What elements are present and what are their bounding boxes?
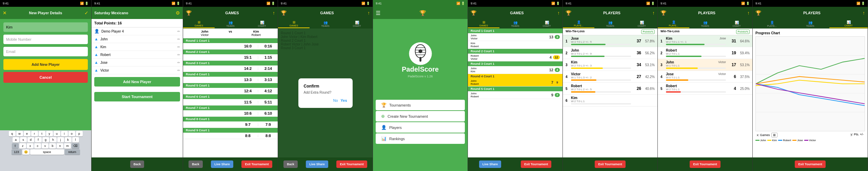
tab-games-6[interactable]: ⊞GAMES <box>468 20 499 28</box>
add-new-player-button-2[interactable]: Add New Player <box>94 77 180 87</box>
share-icon-3[interactable]: ↑ <box>273 10 275 16</box>
tab-players-7[interactable]: 👤PLAYE... <box>563 20 594 28</box>
player-edit-jose[interactable]: ✏ <box>177 61 180 64</box>
start-tournament-button[interactable]: Start Tournament <box>94 92 180 101</box>
back-button-3[interactable]: Back <box>189 160 203 168</box>
share-icon-8[interactable]: ↑ <box>747 10 750 16</box>
kb-f[interactable]: f <box>35 137 42 142</box>
tab-teams-8[interactable]: 👥TEAMS <box>689 20 721 28</box>
live-share-button-6[interactable]: Live Share <box>479 160 501 168</box>
settings-icon-2[interactable]: ⚙ <box>176 10 180 16</box>
hamburger-icon-5[interactable]: ☰ <box>376 10 380 16</box>
mobile-input[interactable] <box>3 35 88 44</box>
tab-players-9[interactable]: 👤PLAYE... <box>753 20 791 28</box>
share-icon-6[interactable]: ↑ <box>557 10 560 16</box>
exit-tournament-button-9[interactable]: Exit Tournament <box>795 160 825 168</box>
email-input[interactable] <box>3 47 88 56</box>
kb-n[interactable]: n <box>57 143 63 149</box>
tab-chart-9[interactable]: 📊CHART <box>829 20 868 28</box>
player-edit-robert[interactable]: ✏ <box>177 53 180 57</box>
kb-k[interactable]: k <box>65 137 72 142</box>
share-icon-7[interactable]: ↑ <box>652 10 655 16</box>
confirm-no-button[interactable]: No <box>333 98 338 102</box>
tab-chart-8[interactable]: 📊CHART <box>721 20 752 28</box>
exit-tournament-button-7[interactable]: Exit Tournament <box>595 160 625 168</box>
kb-shift[interactable]: ⇧ <box>12 143 19 149</box>
tab-chart-6[interactable]: 📊CHART <box>531 20 563 28</box>
kb-g[interactable]: g <box>42 137 49 142</box>
kb-w[interactable]: w <box>16 131 23 136</box>
kb-b[interactable]: b <box>49 143 56 149</box>
tab-chart-4[interactable]: 📊CHART <box>341 20 373 28</box>
wtl-fill-robert-7 <box>571 91 595 93</box>
back-button-4[interactable]: Back <box>283 160 298 168</box>
kb-emoji[interactable]: 😊 <box>22 149 29 155</box>
exit-tournament-button-6[interactable]: Exit Tournament <box>521 160 551 168</box>
cancel-button[interactable]: Cancel <box>3 72 88 83</box>
kb-q[interactable]: q <box>9 131 16 136</box>
rank-3-7: 3 <box>566 63 571 67</box>
kb-a[interactable]: a <box>13 137 19 142</box>
back-button-2[interactable]: Back <box>130 160 144 168</box>
chart-icon-btn[interactable]: ⊞ <box>771 133 777 137</box>
tab-games-3[interactable]: ⊞ GAMES <box>183 20 215 28</box>
kb-m[interactable]: m <box>64 143 71 149</box>
team1-p1: John <box>186 30 224 33</box>
menu-tournaments[interactable]: 🏆 Tournaments <box>376 100 465 110</box>
kb-space[interactable]: space <box>30 149 64 155</box>
kb-i[interactable]: i <box>61 131 68 136</box>
kb-r[interactable]: r <box>31 131 38 136</box>
player-edit-kim[interactable]: ✏ <box>177 45 180 49</box>
exit-tournament-button-8[interactable]: Exit Tournament <box>690 160 720 168</box>
confirm-yes-button[interactable]: Yes <box>341 98 347 102</box>
live-share-button-4[interactable]: Live Share <box>306 160 328 168</box>
tab-chart-3[interactable]: 📊 CHART <box>246 20 278 28</box>
player-edit-john[interactable]: ✏ <box>177 37 180 41</box>
score-val1-7-3: 10:6 <box>241 111 255 115</box>
kb-y[interactable]: y <box>46 131 53 136</box>
menu-create-tournament[interactable]: ⊕ Create New Tournament <box>376 111 465 121</box>
exit-tournament-button-3[interactable]: Exit Tournament <box>241 160 272 168</box>
live-share-button-3[interactable]: Live Share <box>211 160 233 168</box>
add-player-button[interactable]: Add New Player <box>3 59 88 70</box>
wtl-header-pts-8[interactable]: Points% <box>736 30 750 34</box>
player-edit-demo[interactable]: ✏ <box>177 30 180 33</box>
kb-123[interactable]: 123 <box>12 149 22 155</box>
screen-padelscore-logo: 9:41 📶 🔋 ☰ 🏆 PadelScore PadelScore v 1.2… <box>373 0 468 171</box>
kb-u[interactable]: u <box>54 131 60 136</box>
tab-chart-7[interactable]: 📊CHART <box>626 20 657 28</box>
kb-s[interactable]: s <box>20 137 27 142</box>
kb-return[interactable]: return <box>65 149 80 155</box>
kb-delete[interactable]: ⌫ <box>72 143 79 149</box>
kb-l[interactable]: l <box>72 137 79 142</box>
menu-players[interactable]: 👤 Players <box>376 122 465 133</box>
close-icon-1[interactable]: ✕ <box>3 10 7 16</box>
tab-games-4[interactable]: ⊞GAMES <box>278 20 310 28</box>
kb-j[interactable]: j <box>57 137 64 142</box>
share-icon-9[interactable]: ↑ <box>863 10 865 16</box>
tab-teams-3[interactable]: 👥 TEAMS <box>215 20 246 28</box>
player-icon-demo: 👤 <box>94 29 99 34</box>
kb-x[interactable]: x <box>27 143 34 149</box>
menu-rankings[interactable]: 📊 Rankings <box>376 133 465 144</box>
kb-z[interactable]: z <box>19 143 26 149</box>
tab-players-8[interactable]: 👤PLAYE... <box>658 20 689 28</box>
kb-c[interactable]: c <box>34 143 41 149</box>
name-input[interactable] <box>3 22 88 32</box>
kb-p[interactable]: p <box>76 131 83 136</box>
exit-tournament-button-4[interactable]: Exit Tournament <box>336 160 367 168</box>
kb-h[interactable]: h <box>50 137 57 142</box>
kb-o[interactable]: o <box>68 131 75 136</box>
tab-teams-7[interactable]: 👥TEAMS <box>594 20 626 28</box>
player-edit-victor[interactable]: ✏ <box>177 69 180 72</box>
kb-e[interactable]: e <box>24 131 31 136</box>
share-icon-4[interactable]: ↑ <box>368 10 370 16</box>
kb-d[interactable]: d <box>27 137 34 142</box>
tab-teams-9[interactable]: 👥TEAMS <box>791 20 829 28</box>
tab-teams-4[interactable]: 👥TEAMS <box>310 20 341 28</box>
check-icon-1[interactable]: ✓ <box>84 10 88 16</box>
wtl-header-pts[interactable]: Points% <box>641 30 655 34</box>
kb-t[interactable]: t <box>39 131 45 136</box>
tab-teams-6[interactable]: 👥TEAMS <box>499 20 531 28</box>
kb-v[interactable]: v <box>42 143 48 149</box>
